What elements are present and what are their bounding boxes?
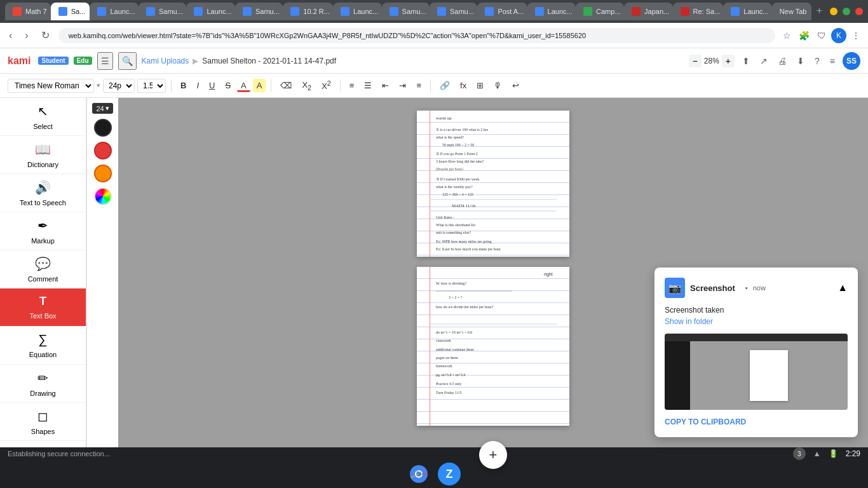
tab-resa[interactable]: Re: Sa... — [673, 3, 724, 20]
tab-launch4[interactable]: Launc... — [527, 3, 576, 20]
unordered-list-button[interactable]: ☰ — [360, 79, 376, 92]
tab-samu4[interactable]: Samu... — [430, 3, 477, 20]
taskbar-chrome-app[interactable] — [407, 463, 430, 485]
minimize-button[interactable] — [830, 8, 837, 15]
tab-math7[interactable]: Math 7 — [5, 3, 51, 20]
sidebar-label-equation: Equation — [29, 351, 57, 358]
font-size-select[interactable]: 24px — [103, 79, 135, 93]
tab-label-newtab: New Tab — [780, 8, 807, 15]
user-avatar[interactable]: SS — [843, 52, 860, 70]
indent-right-button[interactable]: ⇥ — [395, 79, 410, 92]
tab-10r[interactable]: 10.2 R... — [283, 3, 333, 20]
sidebar-item-shapes[interactable]: ◻ Shapes — [0, 403, 86, 441]
color-swatch-orange[interactable] — [94, 165, 112, 182]
shield-button[interactable]: 🛡 — [815, 28, 829, 43]
sidebar-item-drawing[interactable]: ✏ Drawing — [0, 365, 86, 403]
tab-newtab[interactable]: New Tab — [772, 3, 811, 20]
sidebar-item-markup[interactable]: ✒ Markup — [0, 212, 86, 250]
link-button[interactable]: 🔗 — [436, 79, 454, 92]
indent-left-button[interactable]: ⇤ — [378, 79, 393, 92]
address-input[interactable] — [58, 28, 775, 43]
help-button[interactable]: ? — [812, 53, 822, 69]
upload-button[interactable]: ⬆ — [740, 53, 752, 69]
sidebar-item-comment[interactable]: 💬 Comment — [0, 250, 86, 288]
eraser-tool-button[interactable]: ⌫ — [276, 79, 295, 92]
subscript-button[interactable]: X2 — [298, 78, 315, 93]
back-button[interactable]: ‹ — [5, 27, 16, 44]
tab-launch5[interactable]: Launc... — [723, 3, 772, 20]
speaker-icon: 🔊 — [35, 180, 51, 195]
close-button[interactable] — [855, 8, 863, 15]
ordered-list-button[interactable]: ≡ — [346, 79, 358, 92]
font-size-value: 24 — [96, 105, 104, 112]
tab-camp[interactable]: Camp... — [576, 3, 624, 20]
copy-to-clipboard-button[interactable]: COPY TO CLIPBOARD — [665, 417, 746, 426]
tab-japan[interactable]: Japan... — [624, 3, 673, 20]
strikethrough-button[interactable]: S — [221, 79, 234, 92]
sidebar-item-select[interactable]: ↖ Select — [0, 98, 86, 136]
tab-samu2[interactable]: Samu... — [235, 3, 283, 20]
bold-button[interactable]: B — [177, 79, 190, 92]
breadcrumb-root[interactable]: Kami Uploads — [142, 57, 189, 65]
undo-button[interactable]: ↩ — [508, 79, 523, 92]
sidebar-toggle-button[interactable]: ☰ — [97, 52, 113, 70]
text-color-button[interactable]: A — [237, 79, 250, 92]
color-swatch-red[interactable] — [94, 142, 112, 159]
tab-label-samu4: Samu... — [450, 8, 474, 15]
download-button[interactable]: ⬇ — [794, 53, 807, 69]
notification-count-badge[interactable]: 3 — [793, 447, 806, 460]
tab-samu1[interactable]: Samu... — [139, 3, 186, 20]
ocr-button[interactable]: ⊞ — [473, 79, 487, 92]
svg-text:pages on them: pages on them — [436, 356, 458, 360]
extension-button[interactable]: 🧩 — [796, 28, 812, 43]
settings-button[interactable]: ≡ — [827, 53, 837, 69]
forward-button[interactable]: › — [21, 27, 32, 44]
zoom-out-button[interactable]: − — [689, 55, 702, 67]
pencil-icon: ✏ — [37, 370, 48, 386]
formula-button[interactable]: fx — [456, 79, 470, 92]
profile-button[interactable]: K — [831, 28, 846, 43]
underline-button[interactable]: U — [205, 79, 219, 92]
print-button[interactable]: 🖨 — [775, 53, 789, 69]
color-swatch-black[interactable] — [94, 119, 112, 137]
menu-button[interactable]: ⋮ — [849, 28, 863, 43]
browser-toolbar-icons: ☆ 🧩 🛡 K ⋮ — [780, 28, 863, 43]
sidebar-item-dictionary[interactable]: 📖 Dictionary — [0, 136, 86, 174]
tab-launch1[interactable]: Launc... — [90, 3, 139, 20]
sidebar-item-equation[interactable]: ∑ Equation — [0, 327, 86, 365]
bookmark-button[interactable]: ☆ — [780, 28, 794, 43]
notification-header: 📷 Screenshot • now ▲ — [665, 278, 848, 298]
share-button[interactable]: ↗ — [757, 53, 770, 69]
svg-text:how do we divide the miles per: how do we divide the miles per hour? — [436, 305, 494, 309]
highlight-button[interactable]: A — [253, 79, 266, 92]
align-button[interactable]: ≡ — [412, 79, 425, 92]
voice-button[interactable]: 🎙 — [490, 79, 506, 92]
new-tab-button[interactable]: + — [811, 3, 827, 20]
notification-expand[interactable]: ▲ — [837, 282, 848, 294]
taskbar-zoom-app[interactable]: Z — [438, 463, 461, 485]
tab-launch2[interactable]: Launc... — [186, 3, 235, 20]
zoom-in-button[interactable]: + — [722, 55, 735, 67]
sidebar-item-textbox[interactable]: T Text Box — [0, 288, 86, 327]
superscript-button[interactable]: X2 — [318, 78, 335, 93]
show-in-folder-link[interactable]: Show in folder — [665, 317, 848, 326]
tab-label-samu1: Samu... — [159, 8, 183, 15]
font-size-badge[interactable]: 24 ▾ — [92, 103, 112, 114]
tab-favicon-post — [485, 7, 494, 16]
line-height-select[interactable]: 1.5pt — [137, 79, 166, 93]
italic-button[interactable]: I — [193, 79, 203, 92]
browser-chrome: Math 7 Sa... Launc... Samu... Launc... S… — [0, 0, 868, 23]
reload-button[interactable]: ↻ — [37, 27, 53, 44]
search-button[interactable]: 🔍 — [118, 52, 137, 70]
tab-samu3[interactable]: Samu... — [382, 3, 430, 20]
kami-bar-right: − 28% + ⬆ ↗ 🖨 ⬇ ? ≡ SS — [689, 52, 860, 70]
tab-sa-active[interactable]: Sa... — [51, 3, 90, 20]
color-picker-wheel[interactable] — [94, 187, 112, 205]
font-family-select[interactable]: Times New Roman — [8, 79, 94, 93]
svg-text:Turn Friday 11/5: Turn Friday 11/5 — [436, 391, 462, 395]
tab-launch3[interactable]: Launc... — [333, 3, 382, 20]
fab-add-button[interactable]: + — [479, 441, 507, 469]
sidebar-item-tts[interactable]: 🔊 Text to Speech — [0, 174, 86, 212]
maximize-button[interactable] — [843, 8, 850, 15]
tab-post[interactable]: Post A... — [477, 3, 527, 20]
